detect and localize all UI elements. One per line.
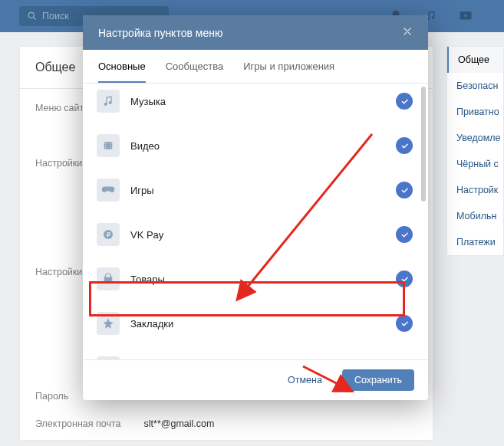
svg-line-1: [34, 18, 36, 20]
menu-item-vkpay-checkbox[interactable]: [396, 226, 413, 243]
tab-games-apps[interactable]: Игры и приложения: [243, 50, 334, 83]
modal-title: Настройка пунктов меню: [98, 27, 222, 39]
menu-item-video-checkbox[interactable]: [396, 137, 413, 154]
menu-item-games-checkbox[interactable]: [396, 182, 413, 198]
modal-tabs: Основные Сообщества Игры и приложения: [83, 50, 428, 84]
svg-rect-16: [105, 277, 111, 283]
menu-item-games-label: Игры: [130, 185, 396, 196]
tab-main[interactable]: Основные: [98, 50, 146, 83]
sidenav-item-payments[interactable]: Платежи: [447, 229, 503, 255]
svg-point-6: [109, 101, 112, 104]
menu-item-goods-checkbox[interactable]: [396, 271, 413, 287]
svg-point-12: [110, 145, 111, 146]
bg-email-label: Электронная почта: [35, 418, 121, 429]
save-button[interactable]: Сохранить: [342, 369, 414, 391]
sidenav-item-notifications[interactable]: Уведомле: [447, 125, 503, 151]
ruble-icon: ₽: [97, 223, 120, 246]
menu-item-bookmarks-checkbox[interactable]: [396, 315, 413, 332]
menu-item-music-label: Музыка: [130, 96, 396, 107]
menu-item-vkpay-label: VK Pay: [130, 229, 396, 241]
star-icon: [97, 312, 120, 335]
menu-item-bookmarks[interactable]: Закладки: [83, 301, 428, 346]
sidenav-item-privacy[interactable]: Приватно: [447, 99, 503, 125]
svg-point-11: [110, 143, 111, 144]
menu-item-video[interactable]: Видео: [83, 123, 428, 168]
menu-item-games[interactable]: Игры: [83, 168, 428, 212]
svg-point-0: [28, 12, 34, 18]
list-scrollbar[interactable]: [421, 87, 426, 202]
gamepad-icon: [97, 179, 120, 202]
search-icon: [27, 11, 38, 21]
svg-point-3: [432, 16, 434, 18]
document-icon: [97, 356, 120, 359]
music-icon: [97, 90, 120, 113]
svg-point-9: [105, 145, 106, 146]
video-icon: [97, 134, 120, 157]
modal-header: Настройка пунктов меню: [83, 15, 428, 50]
menu-settings-modal: Настройка пунктов меню Основные Сообщест…: [83, 15, 428, 400]
menu-item-music-checkbox[interactable]: [396, 93, 413, 110]
menu-item-bookmarks-label: Закладки: [130, 318, 396, 330]
menu-item-video-label: Видео: [130, 140, 396, 152]
sidenav-item-general[interactable]: Общее: [447, 47, 503, 73]
bg-email-value: slt**@gmail.com: [144, 418, 215, 429]
sidenav-item-settings[interactable]: Настройк: [447, 177, 503, 203]
svg-point-13: [110, 147, 111, 148]
bag-icon: [97, 267, 120, 290]
modal-footer: Отмена Сохранить: [83, 359, 428, 400]
menu-item-goods[interactable]: Товары: [83, 257, 428, 301]
settings-side-nav: Общее Безопасн Приватно Уведомле Чёрный …: [446, 46, 504, 256]
sidenav-item-security[interactable]: Безопасн: [447, 73, 503, 99]
menu-item-vkpay[interactable]: ₽ VK Pay: [83, 212, 428, 257]
menu-item-goods-label: Товары: [130, 274, 396, 285]
menu-item-docs[interactable]: Документы: [83, 346, 428, 359]
search-placeholder: Поиск: [42, 11, 69, 21]
sidenav-item-blacklist[interactable]: Чёрный с: [447, 151, 503, 177]
bg-email-row: Электронная почта slt**@gmail.com: [20, 415, 433, 440]
svg-text:₽: ₽: [107, 231, 110, 238]
svg-point-5: [104, 103, 107, 106]
menu-items-list: Музыка Видео Игры ₽ VK Pay: [83, 84, 428, 359]
svg-point-10: [105, 147, 106, 148]
svg-point-8: [105, 143, 106, 144]
tab-communities[interactable]: Сообщества: [166, 50, 224, 83]
close-button[interactable]: [402, 26, 413, 39]
play-topbar-icon[interactable]: [458, 9, 473, 23]
sidenav-item-mobile[interactable]: Мобильн: [447, 203, 503, 229]
menu-item-music[interactable]: Музыка: [83, 85, 428, 123]
close-icon: [402, 26, 413, 37]
cancel-button[interactable]: Отмена: [275, 369, 334, 391]
